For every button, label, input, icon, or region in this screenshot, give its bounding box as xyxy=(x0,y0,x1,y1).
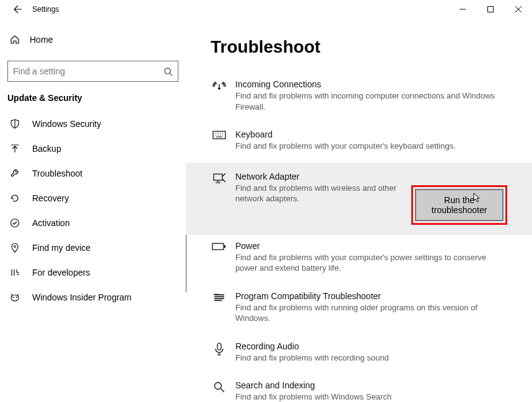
window-controls xyxy=(448,0,532,19)
home-button[interactable]: Home xyxy=(5,30,181,50)
sidebar-item-insider[interactable]: Windows Insider Program xyxy=(5,285,181,310)
ts-title: Recording Audio xyxy=(235,341,507,351)
ts-title: Incoming Connections xyxy=(235,79,507,89)
sidebar-item-troubleshoot[interactable]: Troubleshoot xyxy=(5,161,181,186)
incoming-connections-icon xyxy=(211,79,228,112)
ts-desc: Find and fix problems with your computer… xyxy=(235,141,507,152)
power-icon xyxy=(211,241,228,274)
maximize-icon xyxy=(487,6,494,12)
sidebar-item-backup[interactable]: Backup xyxy=(5,136,181,161)
svg-point-5 xyxy=(13,297,14,298)
sidebar-item-label: Activation xyxy=(32,218,70,228)
sidebar-item-label: Backup xyxy=(32,144,61,154)
shield-icon xyxy=(10,119,20,129)
sidebar-item-label: Windows Insider Program xyxy=(32,292,131,302)
svg-rect-10 xyxy=(224,245,225,248)
sidebar-item-label: Troubleshoot xyxy=(32,168,82,178)
ts-item-network-adapter[interactable]: Network Adapter Find and fix problems wi… xyxy=(186,163,532,235)
page-title: Troubleshoot xyxy=(211,37,507,57)
wrench-icon xyxy=(10,168,20,178)
svg-point-12 xyxy=(215,383,222,390)
maximize-button[interactable] xyxy=(476,0,504,19)
mic-icon xyxy=(211,341,228,364)
sidebar: Home Update & Security Windows Security … xyxy=(0,19,186,402)
svg-point-6 xyxy=(16,297,17,298)
sidebar-item-label: Find my device xyxy=(32,243,90,253)
ts-desc: Find and fix problems with recording sou… xyxy=(235,352,507,364)
cursor-icon xyxy=(473,193,482,204)
ts-item-keyboard[interactable]: Keyboard Find and fix problems with your… xyxy=(211,123,507,163)
search-box[interactable] xyxy=(7,61,178,82)
ts-title: Network Adapter xyxy=(235,172,411,181)
insider-icon xyxy=(10,292,20,302)
svg-point-3 xyxy=(14,246,16,248)
svg-rect-0 xyxy=(487,7,493,12)
sidebar-item-label: Windows Security xyxy=(32,119,101,129)
ts-item-search-indexing[interactable]: Search and Indexing Find and fix problem… xyxy=(211,374,507,402)
recovery-icon xyxy=(10,193,20,203)
ts-desc: Find and fix problems with running older… xyxy=(235,302,507,324)
ts-desc: Find and fix problems with wireless and … xyxy=(235,183,411,204)
home-label: Home xyxy=(30,35,53,45)
location-icon xyxy=(10,243,20,253)
close-button[interactable] xyxy=(504,0,532,19)
svg-point-2 xyxy=(11,219,19,227)
sidebar-item-label: For developers xyxy=(32,268,90,277)
minimize-icon xyxy=(460,6,466,12)
ts-item-incoming-connections[interactable]: Incoming Connections Find and fix proble… xyxy=(211,73,507,123)
network-adapter-icon xyxy=(211,172,228,225)
svg-point-4 xyxy=(11,295,19,301)
ts-title: Search and Indexing xyxy=(235,380,507,390)
sidebar-item-for-developers[interactable]: For developers xyxy=(5,260,181,285)
activation-icon xyxy=(10,218,20,228)
search-indexing-icon xyxy=(211,380,228,402)
sidebar-item-find-my-device[interactable]: Find my device xyxy=(5,235,181,260)
minimize-button[interactable] xyxy=(448,0,476,19)
svg-rect-9 xyxy=(212,243,224,250)
main-panel: Troubleshoot Incoming Connections Find a… xyxy=(186,19,532,402)
ts-title: Keyboard xyxy=(235,129,507,139)
ts-item-compat[interactable]: Program Compatibility Troubleshooter Fin… xyxy=(211,285,507,335)
section-header: Update & Security xyxy=(5,93,181,111)
ts-item-recording-audio[interactable]: Recording Audio Find and fix problems wi… xyxy=(211,335,507,375)
compat-icon xyxy=(211,291,228,324)
sidebar-item-recovery[interactable]: Recovery xyxy=(5,186,181,211)
search-icon xyxy=(164,67,173,76)
ts-desc: Find and fix problems with your computer… xyxy=(235,252,507,274)
sidebar-item-windows-security[interactable]: Windows Security xyxy=(5,111,181,136)
backup-icon xyxy=(10,144,20,154)
sidebar-item-label: Recovery xyxy=(32,193,69,203)
ts-title: Program Compatibility Troubleshooter xyxy=(235,291,507,301)
svg-rect-8 xyxy=(214,174,222,180)
ts-title: Power xyxy=(235,241,507,251)
svg-point-1 xyxy=(165,68,170,73)
back-button[interactable] xyxy=(5,0,30,19)
keyboard-icon xyxy=(211,129,228,152)
sidebar-item-activation[interactable]: Activation xyxy=(5,211,181,235)
ts-desc: Find and fix problems with incoming comp… xyxy=(235,90,507,112)
close-icon xyxy=(515,6,521,12)
window-title: Settings xyxy=(32,5,59,14)
run-highlight: Run the troubleshooter xyxy=(411,185,507,225)
ts-desc: Find and fix problems with Windows Searc… xyxy=(235,391,507,402)
back-arrow-icon xyxy=(12,4,22,14)
developers-icon xyxy=(10,268,20,277)
titlebar: Settings xyxy=(0,0,532,19)
search-input[interactable] xyxy=(13,66,164,76)
svg-rect-11 xyxy=(217,343,221,350)
home-icon xyxy=(10,35,20,45)
ts-item-power[interactable]: Power Find and fix problems with your co… xyxy=(211,235,507,285)
run-troubleshooter-button[interactable]: Run the troubleshooter xyxy=(415,189,504,221)
